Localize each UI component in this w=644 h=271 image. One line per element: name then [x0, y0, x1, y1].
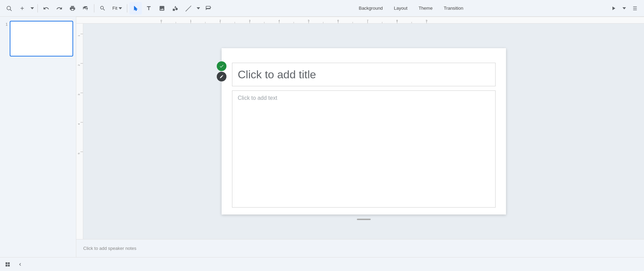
transition-menu-item[interactable]: Transition [438, 3, 469, 13]
check-button[interactable] [217, 61, 226, 71]
svg-point-0 [7, 6, 11, 10]
notes-placeholder: Click to add speaker notes [83, 246, 136, 251]
slide-canvas-row: 1 2 3 4 5 [76, 24, 644, 239]
toolbar-right [607, 2, 641, 15]
more-options-button[interactable] [629, 2, 641, 15]
slide-number-1: 1 [3, 21, 8, 26]
slide-title-placeholder: Click to add title [238, 68, 316, 81]
line-dropdown-button[interactable] [195, 2, 201, 15]
presenter-dropdown-button[interactable] [621, 2, 627, 15]
paint-format-button[interactable] [79, 2, 92, 15]
collapse-panel-button[interactable] [15, 260, 25, 269]
add-button[interactable] [16, 2, 28, 15]
svg-text:4: 4 [77, 123, 80, 125]
pointer-tool-button[interactable] [129, 2, 142, 15]
slide-panel: 1 [0, 17, 76, 257]
background-menu-item[interactable]: Background [353, 3, 388, 13]
separator-3 [127, 4, 127, 12]
main-area: 1 0 1 2 3 4 5 6 7 8 9 [0, 17, 644, 257]
slide-drag-handle[interactable] [357, 219, 371, 220]
shapes-tool-button[interactable] [169, 2, 181, 15]
svg-text:2: 2 [77, 64, 80, 66]
top-menu: Background Layout Theme Transition [215, 3, 607, 13]
slide-page: Click to add title Click to add text [222, 48, 506, 215]
grid-view-button[interactable] [3, 260, 12, 269]
slide-canvas[interactable]: Click to add title Click to add text [83, 24, 644, 239]
zoom-fit-button[interactable]: Fit [110, 3, 125, 14]
vertical-ruler: 1 2 3 4 5 [76, 24, 83, 239]
layout-menu-item[interactable]: Layout [388, 3, 413, 13]
comment-tool-button[interactable] [202, 2, 215, 15]
slide-title-box[interactable]: Click to add title [232, 63, 496, 86]
theme-menu-item[interactable]: Theme [413, 3, 438, 13]
svg-text:1: 1 [77, 35, 80, 36]
zoom-button[interactable] [96, 2, 109, 15]
print-button[interactable] [66, 2, 79, 15]
svg-text:5: 5 [77, 152, 80, 154]
slide-text-box[interactable]: Click to add text [232, 90, 496, 208]
separator-2 [94, 4, 94, 12]
undo-button[interactable] [40, 2, 52, 15]
horizontal-ruler: 0 1 2 3 4 5 6 7 8 9 [76, 17, 644, 24]
slide-thumbnail-1[interactable] [10, 21, 73, 56]
line-tool-button[interactable] [182, 2, 195, 15]
separator-1 [37, 4, 38, 12]
svg-line-1 [10, 9, 11, 11]
slide-thumb-row-1: 1 [3, 21, 73, 56]
redo-button[interactable] [53, 2, 66, 15]
canvas-area: 0 1 2 3 4 5 6 7 8 9 [76, 17, 644, 257]
slide-text-placeholder: Click to add text [238, 95, 277, 101]
add-dropdown-button[interactable] [29, 2, 35, 15]
text-tool-button[interactable] [143, 2, 155, 15]
slide-float-toolbar [217, 61, 226, 81]
zoom-fit-label: Fit [112, 6, 117, 11]
image-tool-button[interactable] [156, 2, 168, 15]
bottom-bar [0, 257, 644, 271]
svg-text:3: 3 [77, 94, 80, 95]
present-button[interactable] [607, 2, 620, 15]
pen-button[interactable] [217, 72, 226, 81]
toolbar: Fit Background Layout Theme Transition [0, 0, 644, 17]
search-button[interactable] [3, 2, 15, 15]
notes-area[interactable]: Click to add speaker notes [76, 239, 644, 257]
